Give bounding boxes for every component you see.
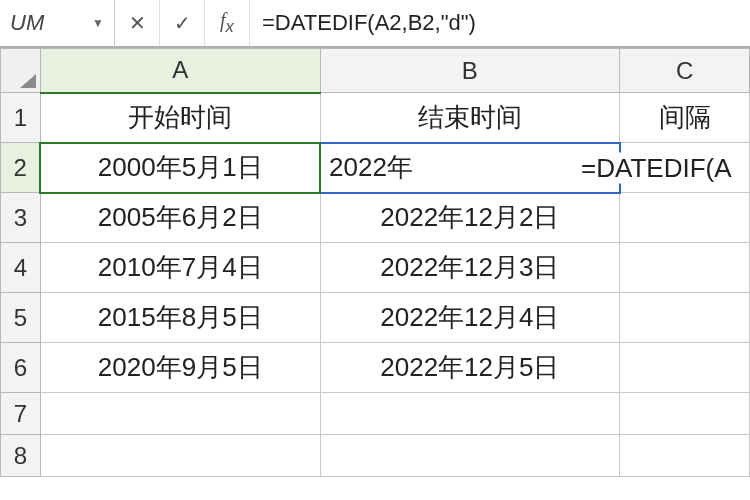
cell-C3[interactable] xyxy=(620,193,750,243)
column-header-A[interactable]: A xyxy=(40,49,320,93)
table-row: 3 2005年6月2日 2022年12月2日 xyxy=(1,193,750,243)
cell-B4[interactable]: 2022年12月3日 xyxy=(320,243,620,293)
spreadsheet-grid: A B C 1 开始时间 结束时间 间隔 2 2000年5月1日 2022年 =… xyxy=(0,48,750,477)
table-row: 8 xyxy=(1,435,750,477)
fx-icon: fx xyxy=(220,9,234,37)
insert-function-button[interactable]: fx xyxy=(205,0,250,46)
cell-C6[interactable] xyxy=(620,343,750,393)
cell-B1[interactable]: 结束时间 xyxy=(320,93,620,143)
name-box-value: UM xyxy=(10,10,44,36)
cell-B7[interactable] xyxy=(320,393,620,435)
cell-C4[interactable] xyxy=(620,243,750,293)
name-box[interactable]: UM ▼ xyxy=(0,0,115,46)
row-header[interactable]: 7 xyxy=(1,393,41,435)
row-header[interactable]: 5 xyxy=(1,293,41,343)
row-header[interactable]: 2 xyxy=(1,143,41,193)
cell-A3[interactable]: 2005年6月2日 xyxy=(40,193,320,243)
cell-A5[interactable]: 2015年8月5日 xyxy=(40,293,320,343)
row-header[interactable]: 4 xyxy=(1,243,41,293)
cell-C8[interactable] xyxy=(620,435,750,477)
table-row: 6 2020年9月5日 2022年12月5日 xyxy=(1,343,750,393)
inline-formula-overflow: =DATEDIF(A xyxy=(579,152,733,183)
cell-C1[interactable]: 间隔 xyxy=(620,93,750,143)
cell-B5[interactable]: 2022年12月4日 xyxy=(320,293,620,343)
table-row: 4 2010年7月4日 2022年12月3日 xyxy=(1,243,750,293)
cell-C5[interactable] xyxy=(620,293,750,343)
table-row: 1 开始时间 结束时间 间隔 xyxy=(1,93,750,143)
select-all-corner[interactable] xyxy=(1,49,41,93)
close-icon: ✕ xyxy=(129,11,146,35)
row-header[interactable]: 3 xyxy=(1,193,41,243)
cell-B2[interactable]: 2022年 =DATEDIF(A xyxy=(320,143,620,193)
chevron-down-icon[interactable]: ▼ xyxy=(92,16,104,30)
row-header[interactable]: 6 xyxy=(1,343,41,393)
row-header[interactable]: 8 xyxy=(1,435,41,477)
column-header-B[interactable]: B xyxy=(320,49,620,93)
cell-C7[interactable] xyxy=(620,393,750,435)
cell-A1[interactable]: 开始时间 xyxy=(40,93,320,143)
cancel-button[interactable]: ✕ xyxy=(115,0,160,46)
table-row: 2 2000年5月1日 2022年 =DATEDIF(A xyxy=(1,143,750,193)
cell-A7[interactable] xyxy=(40,393,320,435)
formula-bar: UM ▼ ✕ ✓ fx =DATEDIF(A2,B2,"d") xyxy=(0,0,750,48)
cell-B6[interactable]: 2022年12月5日 xyxy=(320,343,620,393)
cell-A4[interactable]: 2010年7月4日 xyxy=(40,243,320,293)
check-icon: ✓ xyxy=(174,11,191,35)
cell-A2[interactable]: 2000年5月1日 xyxy=(40,143,320,193)
column-header-C[interactable]: C xyxy=(620,49,750,93)
confirm-button[interactable]: ✓ xyxy=(160,0,205,46)
formula-text: =DATEDIF(A2,B2,"d") xyxy=(262,10,476,36)
table-row: 5 2015年8月5日 2022年12月4日 xyxy=(1,293,750,343)
row-header[interactable]: 1 xyxy=(1,93,41,143)
cell-B3[interactable]: 2022年12月2日 xyxy=(320,193,620,243)
table-row: 7 xyxy=(1,393,750,435)
formula-input[interactable]: =DATEDIF(A2,B2,"d") xyxy=(250,0,750,46)
cell-A6[interactable]: 2020年9月5日 xyxy=(40,343,320,393)
cell-value: 2022年 xyxy=(329,152,413,182)
cell-A8[interactable] xyxy=(40,435,320,477)
cell-B8[interactable] xyxy=(320,435,620,477)
